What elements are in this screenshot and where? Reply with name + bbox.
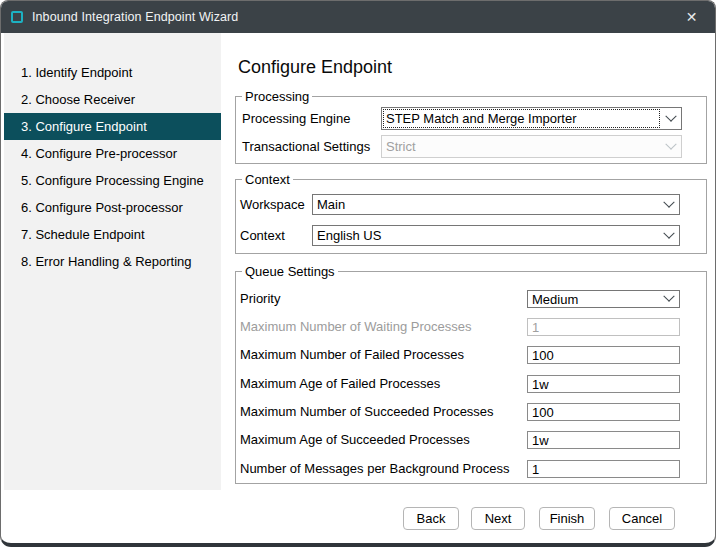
sidebar-item-choose-receiver[interactable]: 2. Choose Receiver xyxy=(4,86,221,113)
title-bar: Inbound Integration Endpoint Wizard ✕ xyxy=(1,1,715,33)
transactional-settings-value: Strict xyxy=(382,136,661,157)
page-title: Configure Endpoint xyxy=(238,57,392,78)
max-age-succeeded-processes-label: Maximum Age of Succeeded Processes xyxy=(240,431,470,449)
max-failed-processes-input[interactable] xyxy=(527,346,680,364)
processing-engine-label: Processing Engine xyxy=(242,107,350,130)
finish-button[interactable]: Finish xyxy=(539,507,595,530)
sidebar-item-configure-post-processor[interactable]: 6. Configure Post-processor xyxy=(4,194,221,221)
sidebar-item-error-handling-reporting[interactable]: 8. Error Handling & Reporting xyxy=(4,248,221,275)
queue-settings-legend: Queue Settings xyxy=(242,264,338,279)
queue-settings-group: Queue Settings Priority Medium Maximum N… xyxy=(235,271,707,484)
context-dropdown[interactable]: English US xyxy=(312,225,680,246)
sidebar-item-configure-pre-processor[interactable]: 4. Configure Pre-processor xyxy=(4,140,221,167)
max-age-failed-processes-input[interactable] xyxy=(527,375,680,393)
transactional-settings-label: Transactional Settings xyxy=(242,135,370,158)
processing-engine-dropdown[interactable]: STEP Match and Merge Importer xyxy=(381,107,682,130)
processing-engine-value: STEP Match and Merge Importer xyxy=(382,108,661,129)
messages-per-background-process-input[interactable] xyxy=(527,460,680,478)
next-button[interactable]: Next xyxy=(471,507,525,530)
priority-label: Priority xyxy=(240,290,280,308)
chevron-down-icon xyxy=(659,291,679,307)
sidebar-item-identify-endpoint[interactable]: 1. Identify Endpoint xyxy=(4,59,221,86)
sidebar-item-configure-processing-engine[interactable]: 5. Configure Processing Engine xyxy=(4,167,221,194)
max-failed-processes-label: Maximum Number of Failed Processes xyxy=(240,346,464,364)
workspace-dropdown[interactable]: Main xyxy=(312,194,680,215)
transactional-settings-dropdown: Strict xyxy=(381,135,682,158)
max-waiting-processes-label: Maximum Number of Waiting Processes xyxy=(240,318,471,336)
workspace-value: Main xyxy=(313,195,659,214)
max-succeeded-processes-input[interactable] xyxy=(527,403,680,421)
back-button[interactable]: Back xyxy=(403,507,459,530)
chevron-down-icon xyxy=(659,195,679,214)
context-group-legend: Context xyxy=(242,172,293,187)
max-age-succeeded-processes-input[interactable] xyxy=(527,431,680,449)
context-label: Context xyxy=(240,225,285,246)
max-age-failed-processes-label: Maximum Age of Failed Processes xyxy=(240,375,440,393)
priority-value: Medium xyxy=(528,291,659,307)
app-window-icon xyxy=(11,11,23,23)
chevron-down-icon xyxy=(659,226,679,245)
messages-per-background-process-label: Number of Messages per Background Proces… xyxy=(240,460,510,478)
workspace-label: Workspace xyxy=(240,194,305,215)
max-waiting-processes-input xyxy=(527,318,680,336)
chevron-down-icon xyxy=(661,136,681,157)
wizard-dialog: Inbound Integration Endpoint Wizard ✕ 1.… xyxy=(0,0,716,547)
context-group: Context Workspace Main Context English U… xyxy=(235,179,707,254)
processing-group: Processing Processing Engine STEP Match … xyxy=(235,96,707,164)
processing-group-legend: Processing xyxy=(242,89,312,104)
chevron-down-icon xyxy=(661,108,681,129)
context-value: English US xyxy=(313,226,659,245)
max-succeeded-processes-label: Maximum Number of Succeeded Processes xyxy=(240,403,494,421)
window-title: Inbound Integration Endpoint Wizard xyxy=(32,10,238,24)
sidebar-item-configure-endpoint[interactable]: 3. Configure Endpoint xyxy=(4,113,221,140)
priority-dropdown[interactable]: Medium xyxy=(527,290,680,308)
close-icon[interactable]: ✕ xyxy=(668,1,715,33)
wizard-steps-sidebar: 1. Identify Endpoint 2. Choose Receiver … xyxy=(4,33,221,490)
cancel-button[interactable]: Cancel xyxy=(609,507,675,530)
sidebar-item-schedule-endpoint[interactable]: 7. Schedule Endpoint xyxy=(4,221,221,248)
